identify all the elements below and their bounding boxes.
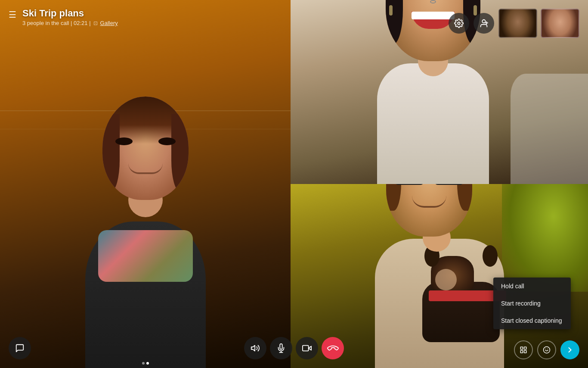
chevron-right-icon (566, 346, 574, 354)
call-info: Ski Trip plans 3 people in the call | 02… (22, 8, 118, 26)
participant-thumb-2[interactable] (541, 9, 579, 38)
svg-marker-7 (309, 346, 311, 350)
mic-button[interactable] (270, 337, 292, 359)
top-right-controls (449, 9, 579, 38)
svg-rect-10 (524, 347, 526, 349)
svg-rect-8 (303, 346, 309, 351)
layout-icon (520, 346, 527, 354)
context-menu-item-hold[interactable]: Hold call (493, 278, 571, 295)
svg-rect-11 (524, 351, 526, 353)
video-button[interactable] (296, 337, 318, 359)
mic-icon (276, 343, 286, 353)
end-call-icon (326, 341, 339, 355)
reactions-icon (543, 346, 551, 354)
bottom-controls (244, 337, 344, 359)
video-main (0, 0, 291, 368)
layout-button[interactable] (514, 340, 533, 359)
dot-1 (142, 362, 145, 365)
bottom-left-controls (9, 337, 31, 359)
svg-marker-4 (251, 346, 255, 351)
svg-point-1 (482, 20, 485, 23)
volume-icon (251, 343, 260, 353)
header: ☰ Ski Trip plans 3 people in the call | … (0, 0, 127, 34)
gallery-link[interactable]: Gallery (100, 20, 118, 26)
volume-button[interactable] (244, 337, 266, 359)
chat-icon (15, 343, 25, 353)
participant-thumb-1[interactable] (498, 9, 537, 38)
bottom-right-controls (514, 340, 579, 359)
end-call-button[interactable] (322, 337, 344, 359)
call-container: ☰ Ski Trip plans 3 people in the call | … (0, 0, 588, 368)
more-options-button[interactable] (560, 340, 579, 359)
dot-2 (146, 362, 149, 365)
chat-button[interactable] (9, 337, 31, 359)
context-menu-item-record[interactable]: Start recording (493, 295, 571, 312)
subtitles-icon: ⊡ (93, 20, 98, 26)
context-menu-item-caption[interactable]: Start closed captioning (493, 312, 571, 329)
video-icon (302, 343, 312, 353)
add-person-button[interactable] (473, 13, 494, 34)
participant-thumbs (498, 9, 579, 38)
call-meta-text: 3 people in the call | 02:21 | (22, 20, 91, 26)
svg-rect-9 (520, 347, 523, 349)
add-person-icon (479, 19, 489, 28)
call-meta: 3 people in the call | 02:21 | ⊡ Gallery (22, 20, 118, 26)
settings-button[interactable] (449, 13, 469, 34)
svg-point-0 (458, 22, 460, 25)
reactions-button[interactable] (537, 340, 556, 359)
svg-rect-12 (520, 351, 523, 353)
svg-point-13 (544, 347, 550, 353)
context-menu: Hold call Start recording Start closed c… (493, 278, 571, 329)
gear-icon (454, 19, 464, 28)
call-title: Ski Trip plans (22, 8, 118, 19)
menu-icon[interactable]: ☰ (9, 9, 16, 20)
dots-indicator (142, 362, 149, 365)
